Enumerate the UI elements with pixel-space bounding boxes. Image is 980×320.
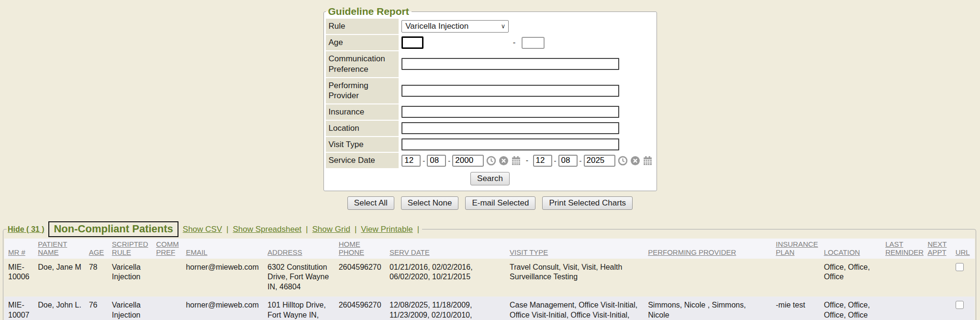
col-age[interactable]: AGE (85, 239, 108, 259)
table-row: MIE-10007 Doe, John L. 76 Varicella Inje… (4, 297, 975, 320)
select-none-button[interactable]: Select None (401, 196, 459, 210)
cell-serv-date: 01/21/2016, 02/02/2016, 06/02/2020, 10/2… (386, 259, 506, 297)
col-comm-pref[interactable]: COMMPREF (152, 239, 182, 259)
cell-comm (152, 259, 182, 297)
clear-icon[interactable] (630, 156, 640, 166)
col-serv-date[interactable]: SERV DATE (386, 239, 506, 259)
service-date-from-month[interactable] (401, 155, 421, 167)
cell-insurance (772, 259, 820, 297)
cell-next-appt (924, 259, 951, 297)
insurance-input[interactable] (401, 106, 619, 118)
col-performing-provider[interactable]: PERFORMING PROVIDER (644, 239, 772, 259)
location-label: Location (326, 121, 399, 136)
view-printable-link[interactable]: View Printable (361, 225, 412, 234)
col-last-reminder[interactable]: LASTREMINDER (881, 239, 924, 259)
service-date-from-year[interactable] (452, 155, 484, 167)
service-date-row: Service Date - - - - - (326, 153, 655, 168)
calendar-icon[interactable] (643, 156, 653, 166)
cell-name: Doe, John L. (34, 297, 85, 320)
col-email[interactable]: EMAIL (182, 239, 264, 259)
age-from-input[interactable] (401, 36, 423, 49)
date-separator: - (448, 156, 450, 165)
location-input[interactable] (401, 122, 619, 134)
comm-pref-input[interactable] (401, 58, 619, 70)
col-address[interactable]: ADDRESS (264, 239, 335, 259)
cell-phone: 2604596270 (335, 297, 386, 320)
service-date-to-group: - - (533, 155, 653, 167)
url-checkbox[interactable] (956, 301, 964, 309)
insurance-row: Insurance (326, 104, 655, 120)
cell-insurance: -mie test (772, 297, 820, 320)
cell-age: 78 (85, 259, 108, 297)
hide-link[interactable]: Hide ( 31 ) (8, 225, 44, 234)
date-separator: - (423, 156, 425, 165)
cell-last-reminder (881, 297, 924, 320)
col-mr[interactable]: MR # (4, 239, 34, 259)
cell-age: 76 (85, 297, 108, 320)
cell-address: 6302 Constitution Drive, Fort Wayne IN, … (264, 259, 335, 297)
col-next-appt[interactable]: NEXTAPPT (924, 239, 951, 259)
cell-last-reminder (881, 259, 924, 297)
select-all-button[interactable]: Select All (347, 196, 394, 210)
cell-phone: 2604596270 (335, 259, 386, 297)
service-date-to-day[interactable] (558, 155, 578, 167)
cell-name: Doe, Jane M (34, 259, 85, 297)
location-row: Location (326, 121, 655, 136)
clear-icon[interactable] (499, 156, 509, 166)
date-separator: - (554, 156, 557, 165)
cell-location: Office, Office, Office, Office (820, 297, 882, 320)
email-selected-button[interactable]: E-mail Selected (465, 196, 535, 210)
print-selected-charts-button[interactable]: Print Selected Charts (542, 196, 633, 210)
guideline-report-form: Guideline Report Rule Varicella Injectio… (323, 6, 657, 191)
show-csv-link[interactable]: Show CSV (183, 225, 222, 234)
cell-visit-type: Case Management, Office Visit-Initial, O… (506, 297, 644, 320)
visit-type-row: Visit Type (326, 137, 655, 152)
cell-mr: MIE-10006 (4, 259, 34, 297)
results-legend: Hide ( 31 ) Non-Compliant Patients Show … (7, 221, 422, 237)
cell-provider (644, 259, 772, 297)
search-button[interactable]: Search (470, 172, 510, 185)
rule-row: Rule Varicella Injection ∨ (326, 19, 655, 34)
insurance-label: Insurance (326, 104, 399, 120)
col-location[interactable]: LOCATION (820, 239, 882, 259)
age-label: Age (326, 35, 399, 50)
age-to-input[interactable] (522, 37, 545, 49)
comm-pref-label: Communication Preference (326, 51, 399, 77)
age-range-separator: - (513, 37, 516, 48)
visit-type-input[interactable] (401, 138, 619, 150)
performing-provider-input[interactable] (401, 85, 619, 97)
performing-provider-row: Performing Provider (326, 78, 655, 104)
cell-url (952, 297, 975, 320)
service-date-from-day[interactable] (427, 155, 446, 167)
col-scripted-rule[interactable]: SCRIPTEDRULE (108, 239, 152, 259)
col-url[interactable]: URL (952, 239, 975, 259)
service-date-to-year[interactable] (584, 155, 615, 167)
table-header-row: MR # PATIENTNAME AGE SCRIPTEDRULE COMMPR… (4, 239, 975, 259)
service-date-to-month[interactable] (533, 155, 552, 167)
col-insurance-plan[interactable]: INSURANCEPLAN (772, 239, 820, 259)
col-patient-name[interactable]: PATIENTNAME (34, 239, 85, 259)
age-row: Age - (326, 35, 655, 50)
service-date-range-separator: - (526, 156, 528, 164)
url-checkbox[interactable] (956, 263, 964, 271)
table-row: MIE-10006 Doe, Jane M 78 Varicella Injec… (4, 259, 975, 297)
visit-type-label: Visit Type (326, 137, 399, 152)
rule-selected-value: Varicella Injection (405, 21, 468, 32)
results-title: Non-Compliant Patients (48, 221, 178, 237)
form-legend: Guideline Report (326, 6, 412, 17)
selection-actions: Select All Select None E-mail Selected P… (0, 196, 980, 210)
link-separator: | (417, 225, 419, 234)
clock-icon[interactable] (618, 156, 628, 166)
calendar-icon[interactable] (511, 156, 521, 166)
search-row: Search (326, 169, 655, 189)
col-visit-type[interactable]: VISIT TYPE (506, 239, 644, 259)
show-spreadsheet-link[interactable]: Show Spreadsheet (233, 225, 301, 234)
cell-location: Office, Office, Office (820, 259, 882, 297)
rule-select[interactable]: Varicella Injection ∨ (401, 20, 509, 33)
clock-icon[interactable] (486, 156, 496, 166)
cell-mr: MIE-10007 (4, 297, 34, 320)
col-home-phone[interactable]: HOMEPHONE (335, 239, 386, 259)
cell-serv-date: 12/08/2025, 11/18/2009, 11/23/2009, 02/1… (386, 297, 506, 320)
show-grid-link[interactable]: Show Grid (312, 225, 350, 234)
service-date-from-group: - - (401, 155, 521, 167)
